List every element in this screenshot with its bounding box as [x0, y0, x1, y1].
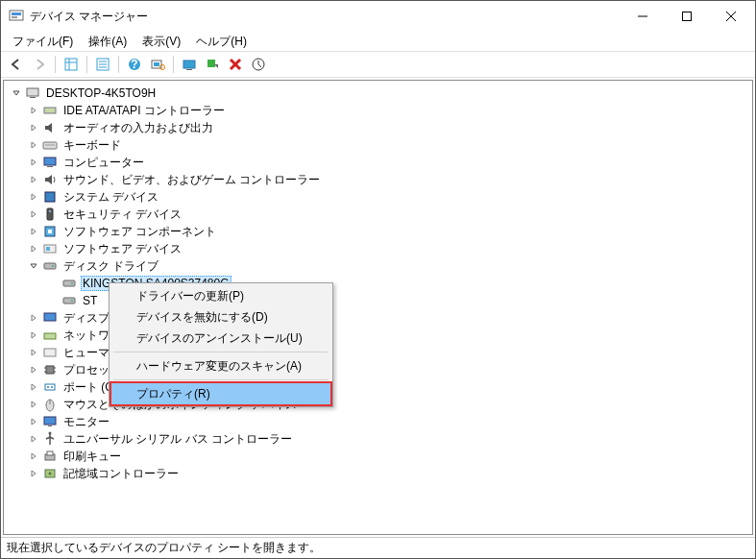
caret-right-icon[interactable]: [27, 432, 40, 446]
node-label: サウンド、ビデオ、およびゲーム コントローラー: [61, 172, 322, 188]
ctx-properties[interactable]: プロパティ(R): [111, 383, 330, 404]
svg-text:?: ?: [131, 58, 137, 71]
node-label: 印刷キュー: [61, 449, 123, 465]
caret-right-icon[interactable]: [27, 450, 40, 463]
statusbar: 現在選択しているデバイスのプロパティ シートを開きます。: [1, 537, 755, 558]
svg-rect-2: [12, 16, 17, 18]
caret-right-icon[interactable]: [27, 467, 40, 480]
system-icon: [42, 189, 58, 205]
monitor-icon: [42, 414, 58, 429]
tree-category-printq[interactable]: 印刷キュー: [6, 448, 750, 465]
status-text: 現在選択しているデバイスのプロパティ シートを開きます。: [7, 540, 321, 556]
caret-right-icon[interactable]: [27, 415, 40, 428]
ports-icon: [42, 379, 58, 395]
menu-help[interactable]: ヘルプ(H): [188, 32, 255, 52]
tree-category-audio[interactable]: オーディオの入力および出力: [6, 119, 750, 136]
svg-point-54: [47, 386, 49, 388]
add-legacy-button[interactable]: [247, 53, 270, 76]
caret-right-icon[interactable]: [27, 138, 40, 152]
caret-right-icon[interactable]: [27, 380, 40, 394]
caret-right-icon[interactable]: [27, 311, 40, 325]
show-hide-tree-button[interactable]: [60, 53, 83, 76]
tree-category-computer[interactable]: コンピューター: [6, 154, 750, 171]
scan-hardware-button[interactable]: [146, 53, 169, 76]
forward-button[interactable]: [28, 53, 51, 76]
caret-right-icon[interactable]: [27, 346, 40, 359]
properties-button[interactable]: [91, 53, 114, 76]
ctx-update-driver[interactable]: ドライバーの更新(P): [111, 285, 330, 306]
tree-category-svg[interactable]: サウンド、ビデオ、およびゲーム コントローラー: [6, 171, 750, 188]
uninstall-device-button[interactable]: [224, 53, 247, 76]
svg-rect-1: [12, 12, 21, 15]
caret-right-icon[interactable]: [27, 190, 40, 204]
svg-rect-7: [65, 59, 77, 70]
node-label: コンピューター: [61, 155, 146, 171]
caret-right-icon[interactable]: [27, 104, 40, 117]
ctx-scan-hardware[interactable]: ハードウェア変更のスキャン(A): [111, 355, 330, 377]
caret-right-icon[interactable]: [27, 328, 40, 342]
caret-right-icon[interactable]: [27, 156, 40, 169]
separator: [113, 379, 329, 380]
caret-down-icon[interactable]: [10, 86, 23, 100]
audio-icon: [42, 120, 58, 135]
software-device-icon: [42, 241, 58, 256]
back-button[interactable]: [5, 53, 28, 76]
tree-category-swcomp[interactable]: ソフトウェア コンポーネント: [6, 223, 750, 240]
svg-point-44: [71, 300, 73, 302]
svg-point-40: [52, 265, 54, 267]
svg-rect-47: [44, 349, 56, 356]
separator: [113, 352, 329, 352]
mouse-icon: [42, 397, 58, 412]
caret-right-icon[interactable]: [27, 121, 40, 134]
tree-category-system[interactable]: システム デバイス: [6, 188, 750, 206]
computer-icon: [25, 85, 40, 101]
ctx-disable-device[interactable]: デバイスを無効にする(D): [111, 306, 330, 328]
caret-down-icon[interactable]: [27, 259, 40, 273]
menu-view[interactable]: 表示(V): [134, 32, 188, 52]
svg-point-64: [49, 473, 52, 475]
menu-action[interactable]: 操作(A): [81, 32, 134, 52]
tree-category-security[interactable]: セキュリティ デバイス: [6, 206, 750, 223]
caret-right-icon[interactable]: [27, 363, 40, 377]
menu-file[interactable]: ファイル(F): [5, 32, 81, 52]
tree-category-storage[interactable]: 記憶域コントローラー: [6, 465, 750, 482]
node-label: セキュリティ デバイス: [61, 207, 183, 223]
tree-category-monitor[interactable]: モニター: [6, 413, 750, 430]
caret-right-icon[interactable]: [27, 225, 40, 238]
ctx-uninstall-device[interactable]: デバイスのアンインストール(U): [111, 328, 330, 349]
tree-category-keyboard[interactable]: キーボード: [6, 136, 750, 154]
close-button[interactable]: [709, 2, 753, 31]
tree-category-ata[interactable]: IDE ATA/ATAPI コントローラー: [6, 102, 750, 119]
tree-root[interactable]: DESKTOP-4K5TO9H: [6, 85, 750, 102]
security-icon: [42, 207, 58, 222]
tree-category-swdev[interactable]: ソフトウェア デバイス: [6, 240, 750, 257]
help-button[interactable]: ?: [123, 53, 146, 76]
titlebar: デバイス マネージャー: [1, 1, 755, 32]
minimize-button[interactable]: [621, 2, 665, 31]
disable-device-button[interactable]: [201, 53, 224, 76]
storage-icon: [42, 466, 58, 481]
tree-category-disk[interactable]: ディスク ドライブ: [6, 257, 750, 275]
display-icon: [42, 310, 58, 326]
svg-rect-58: [44, 417, 56, 425]
disk-icon: [61, 276, 77, 291]
toolbar: ?: [1, 51, 755, 78]
svg-point-34: [49, 210, 51, 212]
window-controls: [621, 2, 753, 31]
update-driver-button[interactable]: [178, 53, 201, 76]
caret-right-icon[interactable]: [27, 242, 40, 255]
context-menu: ドライバーの更新(P) デバイスを無効にする(D) デバイスのアンインストール(…: [109, 282, 333, 407]
window-title: デバイス マネージャー: [30, 9, 621, 25]
node-label: プロセッ: [61, 362, 111, 378]
device-tree-panel: DESKTOP-4K5TO9H IDE ATA/ATAPI コントローラー オー…: [3, 80, 753, 535]
tree-category-usb[interactable]: ユニバーサル シリアル バス コントローラー: [6, 430, 750, 448]
node-label: ポート (C: [61, 379, 115, 396]
caret-right-icon[interactable]: [27, 173, 40, 186]
caret-right-icon[interactable]: [27, 207, 40, 221]
svg-rect-20: [186, 69, 192, 70]
usb-icon: [42, 431, 58, 447]
maximize-button[interactable]: [665, 2, 709, 31]
printer-icon: [42, 449, 58, 464]
node-label: DESKTOP-4K5TO9H: [44, 86, 158, 100]
caret-right-icon[interactable]: [27, 398, 40, 411]
